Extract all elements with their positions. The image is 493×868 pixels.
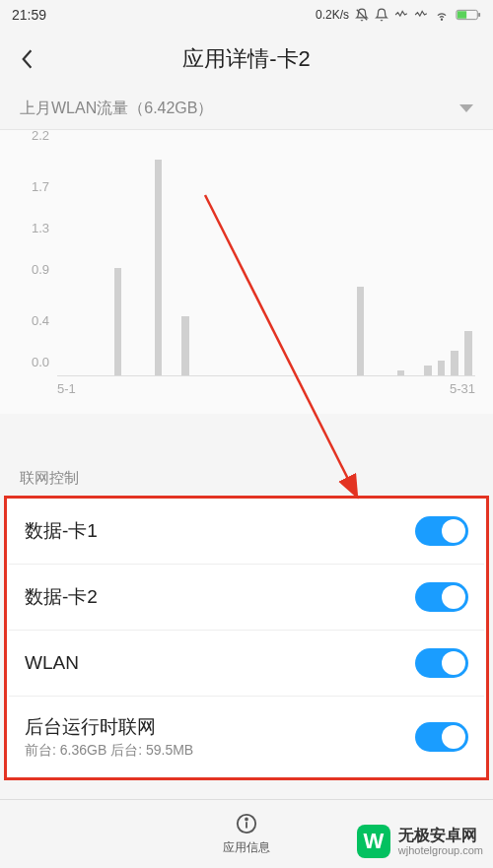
wifi-icon bbox=[434, 8, 450, 22]
svg-rect-3 bbox=[478, 13, 480, 17]
svg-rect-4 bbox=[458, 11, 466, 18]
toggle-row: WLAN bbox=[9, 631, 484, 697]
battery-icon bbox=[456, 8, 481, 22]
signal-icon-2 bbox=[414, 8, 428, 22]
toggle-sublabel: 前台: 6.36GB 后台: 59.5MB bbox=[25, 742, 415, 760]
svg-point-8 bbox=[246, 818, 247, 820]
usage-period-dropdown[interactable]: 上月WLAN流量（6.42GB） bbox=[0, 89, 493, 130]
status-bar: 21:59 0.2K/s bbox=[0, 0, 493, 30]
toggle-switch[interactable] bbox=[415, 582, 468, 612]
svg-point-1 bbox=[441, 19, 442, 20]
chart-bar bbox=[424, 366, 432, 375]
chart-bar bbox=[464, 331, 472, 375]
back-button[interactable] bbox=[12, 48, 41, 70]
y-tick: 2.2 bbox=[32, 128, 49, 143]
toggle-row: 数据-卡2 bbox=[9, 565, 484, 631]
dropdown-label: 上月WLAN流量（6.42GB） bbox=[20, 99, 459, 119]
toggle-switch[interactable] bbox=[415, 516, 468, 546]
chart-bar bbox=[397, 370, 405, 375]
app-info-button[interactable]: 应用信息 bbox=[223, 813, 270, 856]
y-tick: 1.3 bbox=[32, 221, 49, 235]
chart-bar bbox=[438, 361, 446, 375]
chart-bar bbox=[114, 268, 122, 376]
bell-icon bbox=[375, 8, 388, 22]
info-icon bbox=[236, 813, 257, 837]
toggle-switch[interactable] bbox=[415, 722, 468, 752]
bell-mute-icon bbox=[355, 8, 369, 22]
y-tick: 0.9 bbox=[32, 261, 49, 276]
status-time: 21:59 bbox=[12, 7, 46, 23]
toggle-label: 数据-卡2 bbox=[25, 584, 415, 610]
top-bar: 应用详情-卡2 bbox=[0, 30, 493, 89]
chart-bar bbox=[181, 316, 189, 375]
toggle-row: 数据-卡1 bbox=[9, 499, 484, 565]
y-tick: 1.7 bbox=[32, 179, 49, 194]
chart-bar bbox=[155, 160, 163, 375]
svg-marker-5 bbox=[459, 104, 473, 112]
net-speed: 0.2K/s bbox=[316, 8, 349, 22]
toggle-row: 后台运行时联网前台: 6.36GB 后台: 59.5MB bbox=[9, 697, 484, 777]
chevron-down-icon bbox=[459, 100, 473, 118]
signal-icon bbox=[394, 8, 408, 22]
toggle-label: 数据-卡1 bbox=[25, 518, 415, 544]
y-tick: 0.4 bbox=[32, 313, 49, 328]
x-tick-end: 5-31 bbox=[450, 381, 475, 396]
y-tick: 0.0 bbox=[32, 355, 49, 369]
x-tick-start: 5-1 bbox=[57, 381, 76, 396]
section-header-network: 联网控制 bbox=[0, 453, 493, 496]
network-toggle-list: 数据-卡1数据-卡2WLAN后台运行时联网前台: 6.36GB 后台: 59.5… bbox=[4, 496, 489, 780]
bottom-nav: 应用信息 bbox=[0, 799, 493, 868]
toggle-label: 后台运行时联网 bbox=[25, 714, 415, 740]
app-info-label: 应用信息 bbox=[223, 839, 270, 856]
page-title: 应用详情-卡2 bbox=[41, 44, 481, 74]
usage-chart: 0.00.40.91.31.72.2 5-1 5-31 bbox=[0, 130, 493, 414]
chart-bar bbox=[451, 351, 458, 375]
toggle-switch[interactable] bbox=[415, 648, 468, 678]
toggle-label: WLAN bbox=[25, 652, 415, 674]
chart-bar bbox=[357, 287, 365, 375]
